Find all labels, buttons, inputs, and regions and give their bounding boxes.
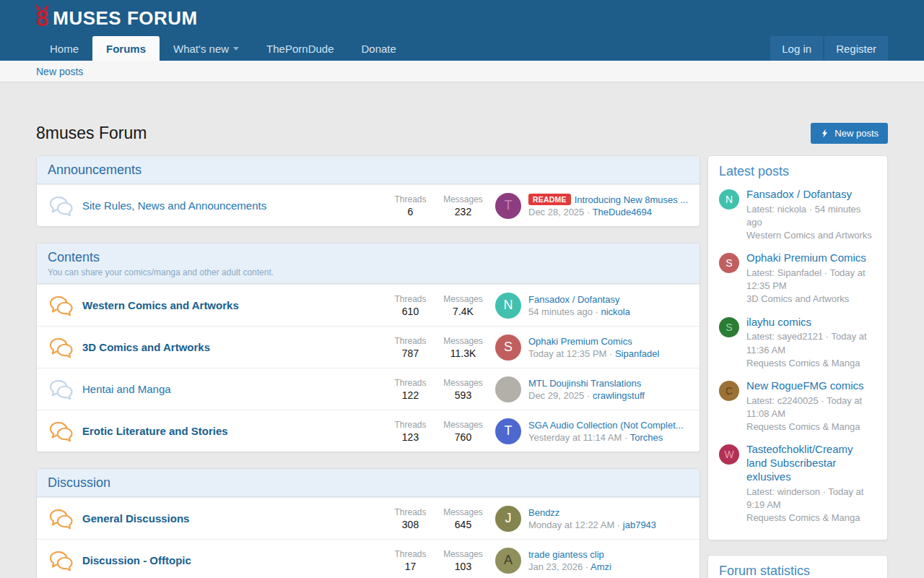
threads-count: 122 — [384, 389, 437, 401]
new-posts-button[interactable]: New posts — [811, 123, 888, 144]
forum-row: Erotic Literature and Stories Threads123… — [37, 410, 699, 452]
avatar[interactable]: J — [495, 506, 521, 532]
latest-user-link[interactable]: Torches — [630, 432, 663, 443]
avatar[interactable]: N — [719, 189, 739, 210]
logo-devil-eight-icon: 8 — [36, 7, 48, 30]
nav-donate[interactable]: Donate — [348, 36, 410, 61]
latest-date: Yesterday at 11:14 AM · — [528, 432, 630, 443]
latest-post-item: W Tasteofchoklit/Creamy land Subscribest… — [719, 443, 876, 525]
forum-link[interactable]: General Discussions — [82, 512, 189, 525]
chat-bubbles-icon — [48, 420, 77, 442]
latest-user-link[interactable]: nickola — [601, 306, 629, 317]
avatar[interactable]: W — [719, 444, 739, 465]
forum-link[interactable]: Discussion - Offtopic — [82, 554, 191, 566]
category-title[interactable]: Announcements — [48, 163, 141, 177]
nav-forums[interactable]: Forums — [92, 36, 160, 61]
category-title[interactable]: Contents — [48, 250, 100, 264]
latest-post-forum: 3D Comics and Artworks — [746, 293, 876, 306]
threads-label: Threads — [384, 420, 437, 430]
forum-row: Western Comics and Artworks Threads610 M… — [37, 284, 699, 326]
forum-link[interactable]: Western Comics and Artworks — [82, 299, 239, 311]
latest-user-link[interactable]: jab7943 — [623, 519, 656, 530]
latest-post-meta: Latest: c2240025 · Today at 11:08 AM — [746, 394, 876, 420]
latest-post-meta: Latest: winderson · Today at 9:19 AM — [746, 486, 876, 512]
latest-post-item: S ilayhu comics Latest: sayed2121 · Toda… — [719, 316, 876, 370]
nav-home[interactable]: Home — [36, 36, 92, 61]
site-header: 8 MUSES FORUM Home Forums What's new The… — [0, 0, 924, 61]
latest-post-link[interactable]: Ophaki Premium Comics — [746, 251, 876, 265]
latest-date: 54 minutes ago · — [528, 306, 601, 317]
nav-whats-new[interactable]: What's new — [160, 36, 253, 61]
avatar[interactable] — [495, 376, 521, 402]
threads-count: 17 — [384, 561, 437, 572]
latest-post-item: C New RogueFMG comics Latest: c2240025 ·… — [719, 379, 876, 434]
latest-post-link[interactable]: Tasteofchoklit/Creamy land Subscribestar… — [746, 443, 876, 483]
latest-thread-link[interactable]: Bendzz — [528, 507, 559, 518]
login-button[interactable]: Log in — [770, 36, 823, 61]
messages-count: 103 — [437, 561, 489, 572]
latest-post-item: S Ophaki Premium Comics Latest: Sipanfad… — [719, 251, 876, 306]
register-button[interactable]: Register — [824, 36, 888, 61]
latest-user-link[interactable]: crawlingstuff — [593, 390, 645, 401]
avatar[interactable]: T — [495, 418, 521, 444]
latest-thread-link[interactable]: SGA Audio Collection (Not Complet... — [528, 420, 684, 431]
avatar[interactable]: C — [719, 381, 739, 401]
forum-stats: Threads17 Messages103 — [384, 549, 489, 572]
messages-label: Messages — [437, 507, 489, 517]
threads-count: 123 — [384, 431, 437, 443]
chat-bubbles-icon — [48, 550, 77, 571]
avatar[interactable]: S — [495, 335, 521, 361]
latest-date: Today at 12:35 PM · — [528, 348, 615, 359]
latest-posts-widget: Latest posts N Fansadox / Dofantasy Late… — [707, 155, 888, 540]
latest-post-link[interactable]: ilayhu comics — [746, 316, 876, 329]
latest-user-link[interactable]: TheDude4694 — [593, 207, 652, 217]
threads-label: Threads — [384, 378, 437, 388]
category-title[interactable]: Discussion — [48, 475, 110, 490]
nav-theporndude[interactable]: ThePornDude — [253, 36, 347, 61]
avatar[interactable]: A — [495, 548, 521, 574]
avatar[interactable]: S — [719, 317, 739, 337]
avatar[interactable]: N — [495, 293, 521, 319]
forum-link[interactable]: Erotic Literature and Stories — [82, 425, 228, 437]
subnav-new-posts[interactable]: New posts — [36, 66, 83, 77]
latest-user-link[interactable]: Sipanfadel — [615, 348, 659, 359]
chat-bubbles-icon — [48, 379, 77, 400]
main-nav: Home Forums What's new ThePornDude Donat… — [0, 36, 924, 61]
forum-stats: Threads787 Messages11.3K — [384, 336, 489, 359]
latest-post-item: N Fansadox / Dofantasy Latest: nickola ·… — [719, 188, 876, 242]
messages-count: 7.4K — [437, 306, 489, 317]
category-discussion: Discussion General Discussions Threads30… — [36, 468, 700, 578]
messages-label: Messages — [437, 336, 489, 346]
threads-count: 610 — [384, 306, 437, 317]
avatar[interactable]: S — [719, 253, 739, 273]
messages-count: 232 — [437, 206, 489, 217]
latest-post-meta: Latest: nickola · 54 minutes ago — [746, 203, 876, 229]
avatar[interactable]: T — [495, 193, 521, 219]
forum-link[interactable]: 3D Comics and Artworks — [82, 341, 210, 353]
latest-date: Monday at 12:22 AM · — [528, 519, 623, 530]
chat-bubbles-icon — [48, 337, 77, 358]
latest-post-link[interactable]: Fansadox / Dofantasy — [746, 188, 876, 202]
forum-link[interactable]: Site Rules, News and Announcements — [82, 199, 266, 212]
forum-statistics-title: Forum statistics — [719, 564, 876, 578]
latest-thread-link[interactable]: MTL Doujinshi Translations — [528, 378, 641, 389]
forum-stats: Threads123 Messages760 — [384, 420, 489, 443]
latest-thread-link[interactable]: trade giantess clip — [528, 549, 604, 560]
forum-row: Site Rules, News and Announcements Threa… — [37, 184, 699, 226]
latest-thread-link[interactable]: Ophaki Premium Comics — [528, 336, 632, 347]
messages-label: Messages — [437, 194, 489, 204]
threads-label: Threads — [384, 294, 437, 304]
latest-user-link[interactable]: Amzi — [590, 561, 611, 572]
forum-row: General Discussions Threads308 Messages6… — [37, 497, 699, 539]
chat-bubbles-icon — [48, 195, 77, 217]
messages-count: 593 — [437, 389, 489, 401]
category-contents: Contents You can share your comics/manga… — [36, 243, 700, 452]
latest-post-link[interactable]: New RogueFMG comics — [746, 379, 876, 393]
latest-thread-link[interactable]: Introducing New 8muses ... — [575, 194, 689, 205]
latest-thread-link[interactable]: Fansadox / Dofantasy — [528, 294, 619, 305]
threads-label: Threads — [384, 194, 437, 204]
forum-row: 3D Comics and Artworks Threads787 Messag… — [37, 326, 699, 368]
site-logo[interactable]: 8 MUSES FORUM — [36, 7, 198, 30]
forum-link[interactable]: Hentai and Manga — [82, 383, 171, 395]
messages-label: Messages — [437, 420, 489, 430]
